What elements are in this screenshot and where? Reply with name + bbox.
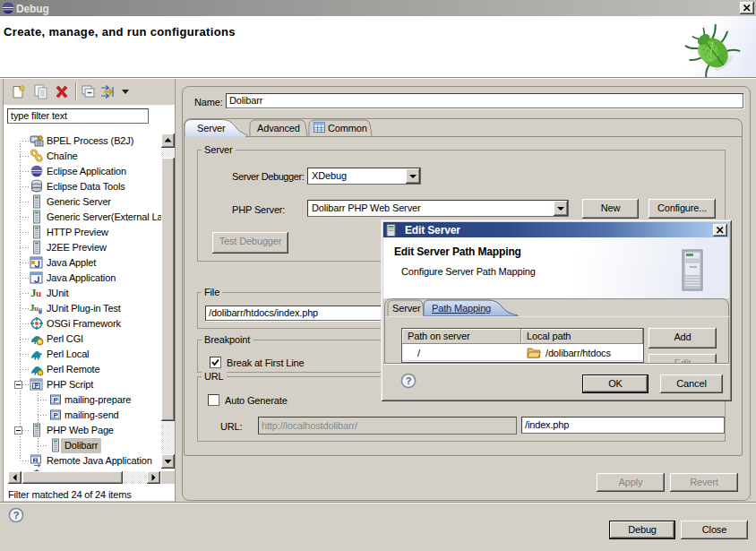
svg-text:?: ? xyxy=(13,510,20,521)
svg-text:?: ? xyxy=(406,375,412,386)
